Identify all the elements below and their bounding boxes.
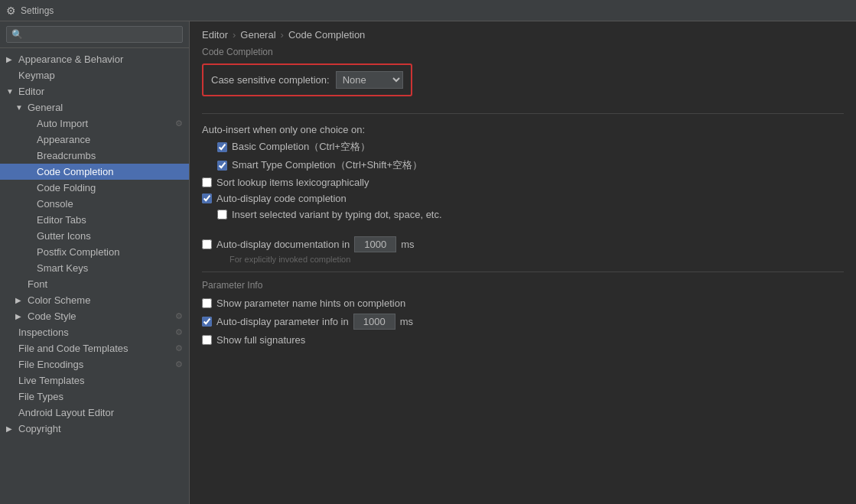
auto-display-param-checkbox[interactable]: [202, 317, 212, 327]
basic-completion-checkbox[interactable]: [217, 142, 227, 152]
insert-selected-row: Insert selected variant by typing dot, s…: [202, 206, 844, 223]
title-bar: ⚙ Settings: [0, 0, 856, 21]
content-area: Editor › General › Code Completion Code …: [190, 21, 856, 504]
sidebar-item-label: Android Layout Editor: [18, 407, 114, 418]
breadcrumb: Editor › General › Code Completion: [190, 21, 856, 45]
arrow-icon: ▼: [15, 103, 24, 112]
arrow-icon: ▼: [6, 87, 15, 96]
auto-display-doc-checkbox[interactable]: [202, 239, 212, 249]
sidebar-item-postfix-completion[interactable]: Postfix Completion: [0, 244, 189, 260]
settings-icon: ⚙: [175, 343, 183, 353]
sidebar-item-label: General: [28, 102, 63, 113]
sidebar-item-appearance-behavior[interactable]: ▶Appearance & Behavior: [0, 51, 189, 67]
sidebar-item-auto-import[interactable]: Auto Import⚙: [0, 115, 189, 132]
sidebar-item-font[interactable]: Font: [0, 276, 189, 292]
sidebar-item-label: Smart Keys: [37, 262, 88, 274]
sidebar-item-label: Keymap: [18, 70, 55, 81]
settings-icon: ⚙: [175, 119, 183, 128]
auto-insert-row: Auto-insert when only one choice on:: [202, 122, 844, 138]
case-sensitive-select[interactable]: None All First letter: [336, 71, 403, 89]
sidebar-item-general[interactable]: ▼General: [0, 99, 189, 115]
divider-1: [202, 113, 844, 114]
sidebar-item-label: Inspections: [18, 327, 69, 338]
sidebar-item-label: Editor Tabs: [37, 214, 86, 226]
sidebar-item-label: Copyright: [18, 423, 61, 434]
param-info-label: Parameter Info: [202, 280, 844, 291]
sidebar-item-gutter-icons[interactable]: Gutter Icons: [0, 228, 189, 244]
sidebar-item-label: Breadcrumbs: [37, 150, 96, 161]
sidebar-item-android-layout-editor[interactable]: Android Layout Editor: [0, 405, 189, 421]
sidebar-item-label: File Types: [18, 391, 63, 402]
search-input[interactable]: [6, 26, 183, 43]
tree-container: ▶Appearance & BehaviorKeymap▼Editor▼Gene…: [0, 48, 189, 504]
breadcrumb-sep-1: ›: [233, 29, 236, 41]
auto-display-checkbox[interactable]: [202, 193, 212, 203]
sidebar-item-label: Postfix Completion: [37, 246, 119, 258]
title-text: Settings: [21, 5, 54, 16]
sort-lookup-checkbox[interactable]: [202, 177, 212, 187]
auto-display-doc-hint: For explicitly invoked completion: [229, 255, 844, 264]
sidebar-item-editor-tabs[interactable]: Editor Tabs: [0, 212, 189, 228]
sidebar-item-inspections[interactable]: Inspections⚙: [0, 324, 189, 340]
sidebar-item-appearance[interactable]: Appearance: [0, 132, 189, 148]
sidebar-item-copyright[interactable]: ▶Copyright: [0, 421, 189, 437]
sidebar-item-file-encodings[interactable]: File Encodings⚙: [0, 356, 189, 372]
auto-display-param-ms: ms: [400, 316, 413, 327]
basic-completion-row: Basic Completion（Ctrl+空格）: [202, 138, 844, 156]
sidebar-item-keymap[interactable]: Keymap: [0, 67, 189, 83]
auto-display-doc-row: Auto-display documentation in ms: [202, 234, 844, 255]
show-param-hints-row: Show parameter name hints on completion: [202, 295, 844, 311]
sidebar-item-smart-keys[interactable]: Smart Keys: [0, 260, 189, 276]
sort-lookup-label: Sort lookup items lexicographically: [216, 177, 369, 188]
content-body: Code Completion Case sensitive completio…: [190, 45, 856, 504]
search-box: [0, 21, 189, 48]
settings-icon: ⚙: [175, 311, 183, 321]
auto-display-doc-label: Auto-display documentation in: [216, 239, 350, 250]
show-full-sig-label: Show full signatures: [216, 334, 305, 346]
auto-display-param-row: Auto-display parameter info in ms: [202, 311, 844, 332]
case-sensitive-label: Case sensitive completion:: [211, 74, 330, 86]
sidebar-item-label: Font: [28, 278, 47, 290]
sidebar-item-label: Code Folding: [37, 182, 96, 193]
settings-icon: ⚙: [6, 5, 16, 17]
sidebar-item-file-code-templates[interactable]: File and Code Templates⚙: [0, 340, 189, 356]
show-full-sig-checkbox[interactable]: [202, 335, 212, 345]
auto-display-doc-ms: ms: [401, 239, 414, 250]
sidebar-item-code-style[interactable]: ▶Code Style⚙: [0, 308, 189, 324]
sidebar-item-label: Console: [37, 198, 73, 210]
breadcrumb-sep-2: ›: [281, 29, 284, 41]
sidebar-item-label: Editor: [18, 86, 44, 97]
sidebar-item-console[interactable]: Console: [0, 196, 189, 212]
divider-2: [202, 272, 844, 272]
settings-icon: ⚙: [175, 359, 183, 369]
sidebar-item-code-completion[interactable]: Code Completion: [0, 164, 189, 180]
sidebar-item-label: File Encodings: [18, 359, 83, 370]
sidebar-item-label: Color Scheme: [28, 294, 90, 306]
sidebar-item-breadcrumbs[interactable]: Breadcrumbs: [0, 148, 189, 164]
arrow-icon: ▶: [15, 312, 24, 320]
sidebar-item-label: Appearance: [37, 134, 90, 145]
smart-type-checkbox[interactable]: [217, 161, 227, 171]
sidebar-item-live-templates[interactable]: Live Templates: [0, 372, 189, 389]
auto-display-doc-input[interactable]: [354, 236, 396, 252]
breadcrumb-general: General: [240, 29, 275, 41]
auto-insert-label: Auto-insert when only one choice on:: [202, 124, 365, 135]
sidebar-item-label: Code Completion: [37, 166, 113, 177]
sidebar-item-label: Auto Import: [37, 118, 88, 129]
breadcrumb-code-completion: Code Completion: [288, 29, 365, 41]
show-full-sig-row: Show full signatures: [202, 332, 844, 348]
sidebar-item-editor[interactable]: ▼Editor: [0, 83, 189, 99]
insert-selected-checkbox[interactable]: [217, 210, 227, 219]
case-sensitive-section: Case sensitive completion: None All Firs…: [202, 63, 412, 96]
sidebar-item-label: Appearance & Behavior: [18, 54, 123, 65]
sidebar-item-code-folding[interactable]: Code Folding: [0, 180, 189, 196]
sidebar-item-file-types[interactable]: File Types: [0, 389, 189, 405]
auto-display-param-input[interactable]: [353, 314, 395, 330]
breadcrumb-editor: Editor: [202, 29, 228, 41]
sidebar-item-label: Gutter Icons: [37, 230, 91, 242]
section-label: Code Completion: [202, 47, 844, 57]
show-param-hints-checkbox[interactable]: [202, 298, 212, 308]
arrow-icon: ▶: [6, 424, 15, 433]
main-layout: ▶Appearance & BehaviorKeymap▼Editor▼Gene…: [0, 21, 856, 504]
sidebar-item-color-scheme[interactable]: ▶Color Scheme: [0, 292, 189, 308]
